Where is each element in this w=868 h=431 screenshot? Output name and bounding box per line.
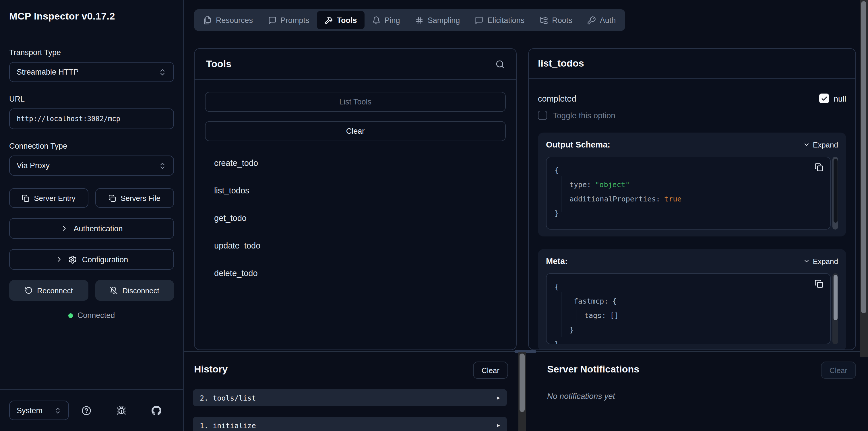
- toggle-option-label: Toggle this option: [553, 111, 615, 120]
- code-line: }: [555, 322, 822, 337]
- connection-buttons-row: Reconnect Disconnect: [9, 280, 174, 301]
- connection-type-value: Via Proxy: [17, 161, 50, 170]
- tool-name: get_todo: [214, 214, 247, 223]
- hash-icon: [415, 16, 424, 24]
- tab-elicitations[interactable]: Elicitations: [467, 11, 532, 29]
- tool-detail-header: list_todos: [529, 49, 856, 79]
- url-label: URL: [9, 95, 174, 103]
- tab-auth[interactable]: Auth: [580, 11, 623, 29]
- message-square-icon: [475, 16, 484, 24]
- tab-label: Sampling: [428, 16, 460, 24]
- output-schema-scrollbar[interactable]: [832, 157, 838, 229]
- code-line: _fastmcp:{: [555, 294, 822, 308]
- output-schema-section: Output Schema: Expand { type:"object" ad…: [538, 132, 846, 237]
- sidebar: MCP Inspector v0.17.2 Transport Type Str…: [0, 0, 184, 431]
- code-line: type:"object": [555, 177, 822, 192]
- scrollbar-thumb[interactable]: [520, 353, 525, 412]
- expand-right-icon: ▶: [497, 395, 500, 401]
- transport-type-label: Transport Type: [9, 48, 174, 57]
- tool-list-item[interactable]: list_todos: [205, 177, 506, 204]
- tab-tools[interactable]: Tools: [317, 11, 365, 29]
- tool-detail-panel: list_todos completed null Toggle this op…: [528, 48, 856, 350]
- clear-tools-button[interactable]: Clear: [205, 121, 506, 141]
- theme-select[interactable]: System: [9, 401, 69, 420]
- meta-section: Meta: Expand { _fastmcp:{ tags:[]: [538, 249, 846, 350]
- bell-off-icon: [110, 286, 118, 295]
- reconnect-button[interactable]: Reconnect: [9, 280, 88, 301]
- transport-type-group: Transport Type Streamable HTTP: [9, 48, 174, 82]
- tab-label: Auth: [600, 16, 616, 24]
- clear-notifications-button: Clear: [821, 362, 856, 379]
- message-square-icon: [268, 16, 276, 24]
- tools-panel-body: List Tools Clear create_todo list_todos …: [195, 80, 516, 287]
- url-group: URL http://localhost:3002/mcp: [9, 95, 174, 129]
- tab-roots[interactable]: Roots: [532, 11, 580, 29]
- tool-list-item[interactable]: get_todo: [205, 204, 506, 232]
- copy-buttons-row: Server Entry Servers File: [9, 188, 174, 208]
- tool-name: create_todo: [214, 158, 258, 167]
- code-line: tags:[]: [555, 308, 822, 322]
- github-icon[interactable]: [152, 405, 161, 415]
- list-tools-button[interactable]: List Tools: [205, 92, 506, 112]
- footer-icons: [69, 405, 174, 415]
- tool-list-item[interactable]: update_todo: [205, 232, 506, 259]
- tool-list: create_todo list_todos get_todo update_t…: [205, 149, 506, 287]
- transport-type-select[interactable]: Streamable HTTP: [9, 62, 174, 82]
- tool-list-item[interactable]: delete_todo: [205, 259, 506, 287]
- scrollbar-thumb[interactable]: [861, 1, 866, 313]
- tab-bar: Resources Prompts Tools Ping Sampling El…: [194, 9, 625, 31]
- folder-tree-icon: [539, 16, 548, 24]
- page-scrollbar[interactable]: [860, 0, 868, 357]
- tab-sampling[interactable]: Sampling: [408, 11, 468, 29]
- disconnect-label: Disconnect: [122, 286, 159, 295]
- tab-resources[interactable]: Resources: [196, 11, 260, 29]
- history-item[interactable]: 1. initialize ▶: [193, 417, 507, 431]
- url-input[interactable]: http://localhost:3002/mcp: [9, 109, 174, 129]
- status-text: Connected: [78, 311, 115, 320]
- url-value: http://localhost:3002/mcp: [17, 115, 120, 123]
- tool-name: list_todos: [214, 186, 249, 195]
- tool-name: delete_todo: [214, 269, 258, 278]
- history-item[interactable]: 2. tools/list ▶: [193, 389, 507, 406]
- disconnect-button[interactable]: Disconnect: [95, 280, 174, 301]
- meta-expand-button[interactable]: Expand: [803, 257, 838, 266]
- connection-type-select[interactable]: Via Proxy: [9, 156, 174, 176]
- copy-icon[interactable]: [815, 163, 823, 172]
- tab-ping[interactable]: Ping: [365, 11, 408, 29]
- expand-right-icon: ▶: [497, 422, 500, 428]
- output-schema-header: Output Schema: Expand: [546, 140, 838, 150]
- notifications-panel: Server Notifications Clear No notificati…: [536, 351, 868, 431]
- search-icon[interactable]: [495, 59, 505, 69]
- scrollbar-thumb[interactable]: [833, 159, 837, 223]
- scrollbar-thumb[interactable]: [833, 275, 837, 320]
- copy-icon[interactable]: [815, 279, 823, 288]
- meta-scrollbar[interactable]: [832, 273, 838, 344]
- tab-label: Roots: [552, 16, 572, 24]
- servers-file-button[interactable]: Servers File: [95, 188, 174, 208]
- authentication-button[interactable]: Authentication: [9, 218, 174, 239]
- tab-label: Prompts: [280, 16, 309, 24]
- tab-prompts[interactable]: Prompts: [260, 11, 317, 29]
- code-line: }: [555, 337, 822, 344]
- history-scrollbar[interactable]: [518, 352, 526, 431]
- output-schema-expand-button[interactable]: Expand: [803, 140, 838, 149]
- bell-icon: [372, 16, 381, 24]
- history-panel: History Clear 2. tools/list ▶ 1. initial…: [184, 351, 526, 431]
- history-item-label: 2. tools/list: [200, 393, 256, 402]
- servers-file-label: Servers File: [121, 194, 160, 202]
- clear-history-button[interactable]: Clear: [473, 362, 508, 379]
- files-icon: [203, 16, 212, 24]
- code-line: {: [555, 163, 822, 177]
- sidebar-footer: System: [0, 389, 183, 431]
- bug-icon[interactable]: [117, 405, 126, 415]
- theme-value: System: [17, 406, 42, 414]
- null-checkbox-checked[interactable]: [819, 94, 829, 103]
- toggle-checkbox-unchecked[interactable]: [538, 111, 547, 120]
- help-icon[interactable]: [82, 405, 91, 415]
- tool-list-item[interactable]: create_todo: [205, 149, 506, 177]
- app-window: MCP Inspector v0.17.2 Transport Type Str…: [0, 0, 868, 431]
- configuration-button[interactable]: Configuration: [9, 249, 174, 270]
- server-entry-button[interactable]: Server Entry: [9, 188, 88, 208]
- connection-status: Connected: [9, 311, 174, 320]
- tab-label: Tools: [337, 16, 357, 24]
